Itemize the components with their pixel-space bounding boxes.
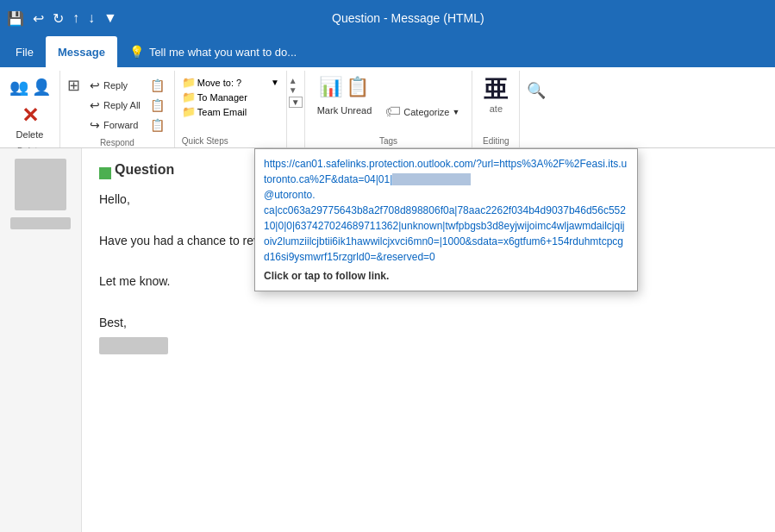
qs-more-arrow[interactable]: ▼: [289, 97, 303, 108]
respond-icon-3: 📋: [147, 116, 167, 135]
down-icon[interactable]: ↓: [88, 10, 95, 26]
tags-group-label: Tags: [379, 133, 397, 146]
tooltip-url: https://can01.safelinks.protection.outlo…: [264, 156, 628, 265]
reply-all-icon: ↩: [90, 98, 100, 112]
menu-message[interactable]: Message: [46, 36, 117, 67]
quick-steps-arrows: ▲ ▼ ▼: [287, 71, 305, 147]
tell-me-text: Tell me what you want to do...: [149, 46, 297, 59]
reply-all-button[interactable]: ↩ Reply All: [84, 96, 146, 115]
title-bar: 💾 ↩ ↻ ↑ ↓ ▼ Question - Message (HTML): [0, 0, 775, 36]
respond-group: ⊞ ↩ Reply ↩ Reply All ↪ Forward 📋 📋 📋: [60, 71, 175, 147]
undo-icon[interactable]: ↩: [33, 10, 44, 27]
respond-icon-2: 📋: [147, 96, 167, 115]
quick-steps-group: 📁 Move to: ? ▼ 📁 To Manager 📁 Team Email…: [175, 71, 287, 147]
sender-name: [10, 217, 71, 229]
title-bar-icons: 💾 ↩ ↻ ↑ ↓ ▼: [7, 10, 117, 27]
tags-group: 📊 📋 Mark Unread 🏷 Categorize ▼ Tags: [305, 71, 473, 147]
tooltip-action[interactable]: Click or tap to follow link.: [264, 270, 628, 282]
forward-icon: ↪: [90, 118, 100, 132]
mark-unread-button[interactable]: Mark Unread: [312, 102, 378, 119]
editing-group: 亜 ate Editing: [472, 71, 520, 147]
qs-up-arrow[interactable]: ▲: [289, 76, 303, 85]
categories-icon: 🏷: [385, 103, 401, 121]
folder-icon: 📁: [182, 76, 196, 89]
search-icon[interactable]: 🔍: [527, 81, 546, 100]
respond-group-label: Respond: [100, 135, 134, 147]
status-dot: [99, 167, 111, 179]
window-title: Question - Message (HTML): [124, 11, 692, 25]
dropdown-icon-1[interactable]: ▼: [271, 78, 279, 87]
closing-line: Best,: [99, 313, 758, 334]
email-subject: Question: [115, 162, 174, 178]
grid-icon: ⊞: [67, 76, 80, 95]
ribbon: 👥 👤 ✕ Delete Delete ⊞ ↩ Reply ↩ Reply Al…: [0, 67, 775, 148]
tell-me-bar[interactable]: 💡 Tell me what you want to do...: [117, 36, 309, 67]
manager-folder-icon: 📁: [182, 91, 196, 103]
menu-bar: File Message 💡 Tell me what you want to …: [0, 36, 775, 67]
email-main: Question Hello, Have you had a chance to…: [82, 148, 775, 532]
email-content: Question Hello, Have you had a chance to…: [0, 148, 775, 532]
forward-button[interactable]: ↪ Forward: [84, 116, 146, 135]
delete-x-icon: ✕: [22, 103, 39, 128]
signature: [99, 337, 168, 354]
link-tooltip: https://can01.safelinks.protection.outlo…: [254, 148, 638, 291]
to-manager-btn[interactable]: 📁 To Manager: [182, 91, 279, 103]
avatar: [15, 159, 66, 210]
editing-group-label: Editing: [483, 133, 509, 146]
save-icon[interactable]: 💾: [7, 10, 24, 27]
search-group[interactable]: 🔍: [520, 71, 553, 147]
aa-icon: 亜: [484, 78, 508, 102]
categorize-dropdown-icon[interactable]: ▼: [452, 108, 459, 116]
team-email-icon: 📁: [182, 105, 196, 118]
reply-icon: ↩: [90, 78, 100, 92]
tags-icon-2: 📋: [346, 76, 369, 98]
reply-button[interactable]: ↩ Reply: [84, 76, 146, 95]
categorize-button[interactable]: 🏷 Categorize ▼: [380, 100, 465, 123]
lightbulb-icon: 💡: [129, 45, 144, 59]
more-icon[interactable]: ▼: [103, 10, 117, 26]
content-area: Question Hello, Have you had a chance to…: [0, 148, 775, 532]
delete-button[interactable]: ✕ Delete: [9, 100, 52, 143]
redo-icon[interactable]: ↻: [53, 10, 64, 27]
qs-down-arrow[interactable]: ▼: [289, 85, 303, 95]
up-icon[interactable]: ↑: [72, 10, 79, 26]
move-to-btn[interactable]: 📁 Move to: ? ▼: [182, 76, 279, 89]
person-icon: 👤: [32, 78, 51, 97]
menu-file[interactable]: File: [3, 36, 46, 67]
editing-label-partial: ate: [490, 103, 503, 114]
tags-icon-1: 📊: [319, 76, 342, 98]
team-email-btn[interactable]: 📁 Team Email: [182, 105, 279, 118]
delete-group: 👥 👤 ✕ Delete Delete: [0, 71, 60, 147]
quick-steps-group-label: Quick Steps: [182, 133, 279, 146]
email-sidebar: [0, 148, 82, 532]
respond-icon-1: 📋: [147, 76, 167, 95]
people-icon: 👥: [9, 78, 28, 97]
tooltip-redacted: [392, 173, 471, 185]
